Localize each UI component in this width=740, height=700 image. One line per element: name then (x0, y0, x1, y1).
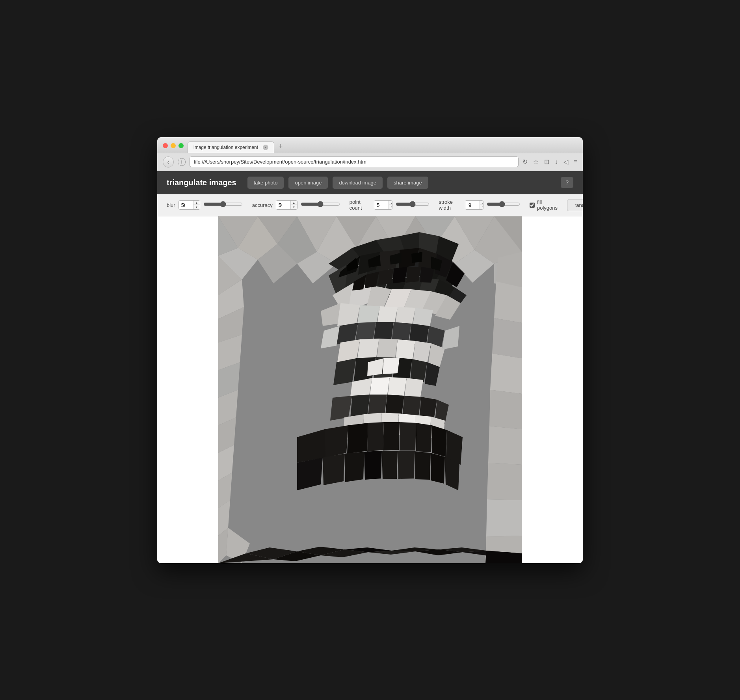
triangulation-svg (218, 216, 522, 563)
blur-up[interactable]: ▲ (193, 201, 200, 205)
blur-slider[interactable] (203, 201, 243, 207)
blur-spinners: ▲ ▼ (193, 201, 200, 209)
blur-control: blur ▲ ▼ (167, 200, 243, 210)
address-bar: ‹ i ↻ ☆ ⊡ ↓ ◁ ≡ (157, 153, 583, 171)
svg-marker-98 (400, 422, 416, 451)
accuracy-spinners: ▲ ▼ (290, 201, 297, 209)
fill-polygons-label: fill polygons (537, 199, 558, 211)
svg-marker-64 (377, 339, 398, 360)
point-count-slider-wrap (396, 201, 429, 209)
svg-marker-157 (321, 326, 340, 348)
svg-marker-108 (415, 451, 430, 480)
bookmark-icon[interactable]: ☆ (533, 158, 539, 166)
svg-marker-84 (402, 396, 421, 417)
menu-icon[interactable]: ≡ (574, 158, 577, 166)
blur-slider-wrap (203, 201, 243, 209)
svg-marker-67 (428, 343, 445, 367)
accuracy-input-wrap: ▲ ▼ (276, 200, 297, 210)
fill-polygons-group: fill polygons (530, 199, 558, 211)
stroke-width-slider-wrap (487, 201, 520, 209)
info-button[interactable]: i (178, 158, 186, 166)
svg-marker-143 (486, 499, 522, 536)
help-button[interactable]: ? (561, 177, 573, 188)
accuracy-up[interactable]: ▲ (291, 201, 297, 205)
accuracy-down[interactable]: ▼ (291, 205, 297, 209)
svg-marker-75 (383, 357, 400, 374)
svg-marker-104 (344, 452, 364, 482)
app-title: triangulate images (167, 178, 236, 187)
accuracy-input[interactable] (276, 201, 290, 209)
point-count-down[interactable]: ▼ (389, 205, 392, 209)
url-field[interactable] (190, 156, 519, 167)
window-controls (163, 143, 184, 153)
svg-marker-138 (492, 318, 522, 358)
new-tab-button[interactable]: + (275, 141, 286, 152)
minimize-button[interactable] (171, 143, 176, 148)
point-count-up[interactable]: ▲ (389, 201, 392, 205)
stroke-width-down[interactable]: ▼ (480, 205, 483, 209)
open-image-button[interactable]: open image (288, 177, 328, 189)
accuracy-slider[interactable] (301, 201, 340, 207)
stroke-width-input-wrap: ▲ ▼ (465, 200, 483, 210)
blur-input[interactable] (179, 201, 193, 209)
svg-marker-158 (442, 326, 459, 350)
svg-marker-97 (383, 422, 400, 451)
address-icons: ↻ ☆ ⊡ ↓ ◁ ≡ (522, 158, 577, 166)
tab-bar: image triangulation experiment × + (188, 141, 577, 153)
svg-marker-105 (364, 451, 382, 480)
stroke-width-slider[interactable] (487, 201, 520, 207)
point-count-label: point count (350, 199, 371, 211)
svg-marker-78 (388, 377, 407, 398)
svg-marker-95 (347, 423, 368, 454)
download-icon[interactable]: ↓ (555, 158, 558, 166)
svg-marker-99 (416, 423, 432, 452)
svg-marker-96 (367, 422, 384, 452)
svg-marker-103 (323, 454, 344, 485)
point-count-input-wrap: ▲ ▼ (374, 200, 392, 210)
point-count-spinners: ▲ ▼ (389, 201, 392, 209)
share-icon[interactable]: ◁ (563, 158, 568, 166)
controls-bar: blur ▲ ▼ accuracy ▲ ▼ (157, 194, 583, 216)
svg-marker-137 (494, 281, 522, 323)
share-image-button[interactable]: share image (387, 177, 428, 189)
accuracy-control: accuracy ▲ ▼ (252, 200, 340, 210)
reader-icon[interactable]: ⊡ (544, 158, 549, 166)
svg-marker-139 (490, 354, 522, 394)
point-count-input[interactable] (374, 201, 389, 209)
svg-marker-72 (410, 359, 427, 382)
back-button[interactable]: ‹ (163, 156, 174, 168)
reload-icon[interactable]: ↻ (522, 158, 528, 166)
blur-down[interactable]: ▼ (193, 205, 200, 209)
svg-marker-83 (385, 395, 404, 416)
randomise-button[interactable]: randomise (567, 199, 583, 211)
maximize-button[interactable] (178, 143, 184, 148)
stroke-width-spinners: ▲ ▼ (480, 201, 483, 209)
point-count-control: point count ▲ ▼ (350, 199, 429, 211)
tab-title: image triangulation experiment (193, 145, 258, 150)
take-photo-button[interactable]: take photo (247, 177, 284, 189)
svg-marker-109 (430, 453, 445, 484)
fill-polygons-checkbox[interactable] (530, 203, 535, 208)
svg-marker-66 (413, 341, 431, 363)
blur-input-wrap: ▲ ▼ (178, 200, 200, 210)
download-image-button[interactable]: download image (333, 177, 383, 189)
tab-close-button[interactable]: × (263, 145, 268, 150)
svg-marker-102 (297, 458, 323, 490)
svg-marker-100 (432, 425, 447, 457)
app-toolbar: triangulate images take photo open image… (157, 171, 583, 194)
stroke-width-up[interactable]: ▲ (480, 201, 483, 205)
stroke-width-control: stroke width ▲ ▼ (439, 199, 520, 211)
blur-label: blur (167, 202, 175, 208)
svg-marker-140 (489, 390, 522, 429)
point-count-slider[interactable] (396, 201, 429, 207)
svg-marker-106 (382, 451, 398, 479)
active-tab[interactable]: image triangulation experiment × (188, 141, 274, 153)
svg-marker-107 (398, 451, 415, 479)
browser-window: image triangulation experiment × + ‹ i ↻… (157, 137, 583, 563)
svg-marker-51 (337, 303, 360, 326)
close-button[interactable] (163, 143, 168, 148)
stroke-width-label: stroke width (439, 199, 462, 211)
accuracy-label: accuracy (252, 202, 273, 208)
svg-marker-94 (325, 425, 348, 458)
stroke-width-input[interactable] (465, 201, 480, 209)
